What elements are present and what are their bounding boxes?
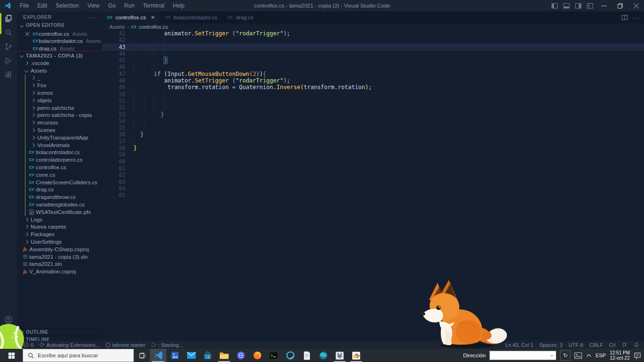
code-line-47[interactable]: 47if (Input.GetMouseButtonDown(2)){: [102, 71, 644, 77]
tree-item-corre-cs[interactable]: C#corre.cs: [17, 171, 114, 179]
tree-item-controladorperro-cs[interactable]: C#controladorperro.cs: [17, 156, 114, 164]
tree-item-assets[interactable]: Assets: [17, 67, 107, 74]
code-line-41[interactable]: 41animator.SetTrigger ("rodarTrigger");: [102, 30, 644, 37]
code-line-54[interactable]: 54: [102, 118, 644, 124]
tree-item-nueva-carpeta[interactable]: Nueva carpeta: [17, 223, 107, 231]
code-line-59[interactable]: 59: [102, 151, 644, 158]
code-line-51[interactable]: 51: [102, 98, 644, 104]
outline-section-header[interactable]: OUTLINE: [17, 328, 102, 336]
tree-item-tama2021-sln[interactable]: tama2021.sln: [17, 261, 107, 268]
tree-item-fox[interactable]: Fox: [17, 82, 114, 89]
explorer-more-actions-icon[interactable]: ···: [89, 14, 97, 21]
code-line-60[interactable]: 60: [102, 158, 644, 165]
show-hidden-icons-chevron[interactable]: [586, 354, 592, 357]
toggle-sidebar-icon[interactable]: [551, 2, 558, 9]
taskbar-app-explorer[interactable]: [216, 349, 232, 362]
code-line-62[interactable]: 62: [102, 172, 644, 178]
code-line-42[interactable]: 42: [102, 37, 644, 43]
menu-terminal[interactable]: Terminal: [139, 0, 168, 11]
taskbar-app-edge[interactable]: [315, 349, 331, 362]
code-line-56[interactable]: 56}: [102, 131, 644, 138]
code-line-46[interactable]: 46: [102, 64, 644, 70]
minimize-button[interactable]: [596, 0, 612, 11]
search-icon[interactable]: [4, 28, 13, 37]
open-editors-section-header[interactable]: OPEN EDITORS: [17, 22, 102, 29]
customize-layout-icon[interactable]: [586, 2, 594, 9]
tab-drag-cs[interactable]: C#drag.cs: [223, 11, 259, 24]
extensions-icon[interactable]: [4, 71, 13, 79]
breadcrumb[interactable]: Assets › C# controlfox.cs: [102, 24, 644, 30]
menu-edit[interactable]: Edit: [33, 0, 51, 11]
tree-item-dragandthrow-cs[interactable]: C#dragandthrow.cs: [17, 193, 114, 201]
language-indicator[interactable]: ESP: [595, 353, 606, 358]
code-line-61[interactable]: 61: [102, 165, 644, 172]
tabnine-status[interactable]: tabnine starter: [106, 342, 145, 348]
encoding[interactable]: UTF-8: [569, 342, 583, 348]
toggle-secondary-sidebar-icon[interactable]: [575, 2, 582, 9]
code-line-64[interactable]: 64: [102, 185, 644, 192]
news-widget-icon[interactable]: [574, 352, 582, 359]
taskbar-search-input[interactable]: Escribe aquí para buscar: [23, 349, 134, 362]
taskbar-app-mail[interactable]: [183, 349, 199, 362]
address-input[interactable]: [489, 351, 556, 360]
taskbar-app-pixel-pet[interactable]: [331, 349, 348, 362]
breadcrumb-file[interactable]: controlfox.cs: [139, 24, 168, 30]
code-line-44[interactable]: 44: [102, 50, 644, 57]
menu-file[interactable]: File: [16, 0, 33, 11]
code-line-45[interactable]: 45}: [102, 57, 644, 64]
code-line-58[interactable]: 58}: [102, 145, 644, 151]
tree-item-assembly-csharp-csproj[interactable]: Assembly-CSharp.csproj: [17, 246, 107, 253]
tree-item-drag-cs[interactable]: C#drag.cs: [17, 186, 114, 194]
code-line-63[interactable]: 63: [102, 179, 644, 185]
close-icon[interactable]: [25, 32, 32, 36]
run-debug-icon[interactable]: [4, 57, 13, 65]
taskbar-app-notepad[interactable]: [298, 349, 315, 362]
tree-item-objets[interactable]: objets: [17, 97, 114, 104]
tree-item-createscreencolliders-cs[interactable]: C#CreateScreenColliders.cs: [17, 179, 114, 186]
taskbar-app-alexa[interactable]: [282, 349, 298, 362]
tree-item-usersettings[interactable]: UserSettings: [17, 238, 107, 246]
code-editor[interactable]: 41animator.SetTrigger ("rodarTrigger");4…: [102, 30, 644, 341]
tree-item-perro-salchicha[interactable]: perro salchicha: [17, 104, 114, 112]
tab-controlfox-cs[interactable]: C#controlfox.cs✕: [102, 11, 160, 24]
breadcrumb-folder[interactable]: Assets: [109, 24, 125, 30]
taskbar-app-store[interactable]: [199, 349, 216, 362]
code-line-49[interactable]: 49transform.rotation = Quaternion.Invers…: [102, 84, 644, 90]
tree-item-controlfox-cs[interactable]: C#controlfox.cs: [17, 164, 114, 171]
address-go-button[interactable]: ↻: [560, 350, 570, 361]
code-line-65[interactable]: 65: [102, 192, 644, 198]
code-line-55[interactable]: 55: [102, 124, 644, 131]
menu-help[interactable]: Help: [169, 0, 189, 11]
code-line-43[interactable]: 43: [102, 44, 644, 50]
code-line-57[interactable]: 57: [102, 138, 644, 145]
taskbar-app-vscode[interactable]: [150, 349, 166, 362]
taskbar-app-firefox[interactable]: [249, 349, 265, 362]
notifications-bell-icon[interactable]: [634, 342, 639, 348]
task-view-button[interactable]: [134, 349, 150, 362]
menu-view[interactable]: View: [83, 0, 104, 11]
eol-sequence[interactable]: CRLF: [589, 342, 603, 348]
tree-item-recursos[interactable]: recursos: [17, 119, 114, 126]
menu-selection[interactable]: Selection: [51, 0, 83, 11]
menu-go[interactable]: Go: [104, 0, 120, 11]
feedback-icon[interactable]: [622, 342, 627, 348]
activating-extensions-status[interactable]: Activating Extensions...: [39, 342, 100, 348]
tree-item-perro-salchicha-copia[interactable]: perro salchicha - copia: [17, 112, 114, 119]
action-center-icon[interactable]: [634, 352, 641, 359]
menu-run[interactable]: Run: [120, 0, 139, 11]
open-editor-item[interactable]: C#bolacontrolador.csAssets: [17, 38, 117, 45]
toggle-panel-icon[interactable]: [563, 2, 570, 9]
explorer-icon[interactable]: [4, 14, 13, 23]
taskbar-app-photos[interactable]: [166, 349, 183, 362]
close-button[interactable]: [628, 0, 644, 11]
start-button[interactable]: [0, 349, 23, 362]
tree-item-voxelanimals[interactable]: VoxelAnimals: [17, 141, 114, 149]
tree-item-packages[interactable]: Packages: [17, 230, 107, 238]
workspace-section-header[interactable]: TAMA2021 - COPIA (3): [17, 52, 102, 59]
taskbar-app-discord[interactable]: [232, 349, 249, 362]
tree-item--vscode[interactable]: .vscode: [17, 59, 107, 67]
tree-item--[interactable]: _: [17, 74, 114, 82]
tree-item-unitytransparentapp[interactable]: UnityTransparentApp: [17, 134, 114, 141]
starting-status[interactable]: : Starting...: [151, 342, 183, 348]
tree-item-variablesglobales-cs[interactable]: C#variablesglobales.cs: [17, 201, 114, 208]
